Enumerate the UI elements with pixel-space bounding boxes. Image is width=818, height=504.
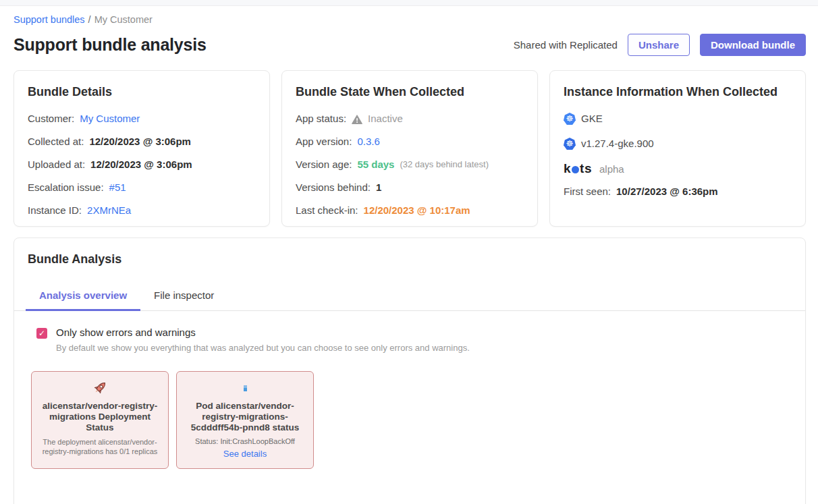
version-age-label: Version age: (296, 158, 352, 171)
app-status-value: Inactive (368, 112, 403, 125)
version-age-row: Version age: 55 days (32 days behind lat… (296, 158, 524, 171)
kots-logo: kts (564, 161, 592, 176)
warning-body: The deployment alicenstar/vendor-registr… (40, 437, 159, 457)
escalation-issue-label: Escalation issue: (28, 181, 104, 194)
first-seen-label: First seen: (564, 185, 611, 198)
app-version-row: App version: 0.3.6 (296, 135, 524, 148)
gke-icon: ☸ (564, 113, 576, 125)
k8s-version-row: ☸ v1.27.4-gke.900 (564, 137, 792, 150)
versions-behind-value: 1 (376, 181, 381, 194)
last-checkin-row: Last check-in: 12/20/2023 @ 10:17am (296, 204, 524, 217)
app-version-label: App version: (296, 135, 352, 148)
uploaded-at-row: Uploaded at: 12/20/2023 @ 3:06pm (28, 158, 256, 171)
uploaded-at-label: Uploaded at: (28, 158, 85, 171)
bundle-details-title: Bundle Details (28, 85, 256, 99)
tab-analysis-overview[interactable]: Analysis overview (26, 283, 140, 311)
app-status-label: App status: (296, 112, 346, 125)
bundle-state-title: Bundle State When Collected (296, 85, 524, 99)
breadcrumb-support-bundles-link[interactable]: Support bundles (13, 14, 85, 25)
info-cards-row: Bundle Details Customer: My Customer Col… (13, 70, 806, 227)
customer-link[interactable]: My Customer (80, 112, 140, 125)
instance-id-label: Instance ID: (28, 204, 82, 217)
collected-at-value: 12/20/2023 @ 3:06pm (89, 135, 191, 148)
app-version-link[interactable]: 0.3.6 (357, 135, 379, 148)
kots-logo-ts: ts (580, 161, 592, 176)
bundle-analysis-panel: Bundle Analysis Analysis overview File i… (13, 237, 806, 504)
page-header: Support bundle analysis Shared with Repl… (13, 34, 806, 56)
tab-file-inspector[interactable]: File inspector (140, 283, 227, 311)
filter-text: Only show errors and warnings By default… (56, 327, 470, 353)
warning-title: Pod alicenstar/vendor-registry-migration… (186, 401, 304, 433)
warning-status: Status: Init:CrashLoopBackOff (186, 437, 304, 445)
collected-at-label: Collected at: (28, 135, 84, 148)
kots-logo-o-icon (572, 166, 579, 173)
versions-behind-label: Versions behind: (296, 181, 371, 194)
unshare-button[interactable]: Unshare (628, 34, 690, 56)
kubernetes-icon: ☸ (564, 138, 576, 150)
page-content: Support bundles/My Customer Support bund… (0, 6, 818, 504)
breadcrumb-separator: / (88, 14, 91, 25)
breadcrumb-current: My Customer (94, 14, 153, 25)
distribution-row: ☸ GKE (564, 112, 792, 125)
rocket-icon (40, 379, 159, 397)
bundle-details-card: Bundle Details Customer: My Customer Col… (13, 70, 270, 227)
warning-title: alicenstar/vendor-registry-migrations De… (40, 401, 159, 433)
shared-status-text: Shared with Replicated (514, 39, 618, 51)
instance-info-title: Instance Information When Collected (564, 85, 792, 99)
errors-warnings-filter: ✓ Only show errors and warnings By defau… (14, 311, 805, 353)
kots-logo-k: k (564, 161, 571, 176)
escalation-issue-row: Escalation issue: #51 (28, 181, 256, 194)
see-details-link[interactable]: See details (223, 449, 267, 459)
download-bundle-button[interactable]: Download bundle (700, 34, 806, 56)
header-actions: Shared with Replicated Unshare Download … (514, 34, 806, 56)
instance-id-link[interactable]: 2XMrNEa (87, 204, 131, 217)
instance-info-card: Instance Information When Collected ☸ GK… (549, 70, 806, 227)
bundle-analysis-title: Bundle Analysis (14, 252, 805, 267)
kots-channel-tag: alpha (599, 163, 624, 175)
last-checkin-value: 12/20/2023 @ 10:17am (364, 204, 470, 217)
filter-label[interactable]: Only show errors and warnings (56, 327, 470, 338)
page-title: Support bundle analysis (13, 35, 207, 55)
escalation-issue-link[interactable]: #51 (109, 181, 126, 194)
warning-triangle-icon (352, 114, 362, 123)
customer-row: Customer: My Customer (28, 112, 256, 125)
filter-description: By default we show you everything that w… (56, 343, 470, 353)
top-strip (0, 0, 818, 6)
versions-behind-row: Versions behind: 1 (296, 181, 524, 194)
pod-status-warning-card: Pod alicenstar/vendor-registry-migration… (176, 371, 314, 469)
version-age-value: 55 days (357, 158, 394, 171)
k8s-version-value: v1.27.4-gke.900 (581, 137, 654, 150)
customer-label: Customer: (28, 112, 74, 125)
deployment-status-warning-card: alicenstar/vendor-registry-migrations De… (31, 371, 169, 469)
uploaded-at-value: 12/20/2023 @ 3:06pm (90, 158, 192, 171)
analysis-tabs: Analysis overview File inspector (14, 283, 805, 311)
last-checkin-label: Last check-in: (296, 204, 358, 217)
instance-id-row: Instance ID: 2XMrNEa (28, 204, 256, 217)
breadcrumb: Support bundles/My Customer (13, 14, 806, 25)
first-seen-value: 10/27/2023 @ 6:36pm (616, 185, 718, 198)
bundle-state-card: Bundle State When Collected App status: … (281, 70, 538, 227)
distribution-value: GKE (581, 112, 603, 125)
collected-at-row: Collected at: 12/20/2023 @ 3:06pm (28, 135, 256, 148)
first-seen-row: First seen: 10/27/2023 @ 6:36pm (564, 185, 792, 198)
analysis-results: alicenstar/vendor-registry-migrations De… (14, 353, 805, 469)
app-status-row: App status: Inactive (296, 112, 524, 125)
pod-icon (186, 379, 304, 397)
kots-row: kts alpha (564, 161, 792, 176)
only-errors-checkbox[interactable]: ✓ (36, 328, 47, 339)
version-age-note: (32 days behind latest) (400, 158, 489, 171)
